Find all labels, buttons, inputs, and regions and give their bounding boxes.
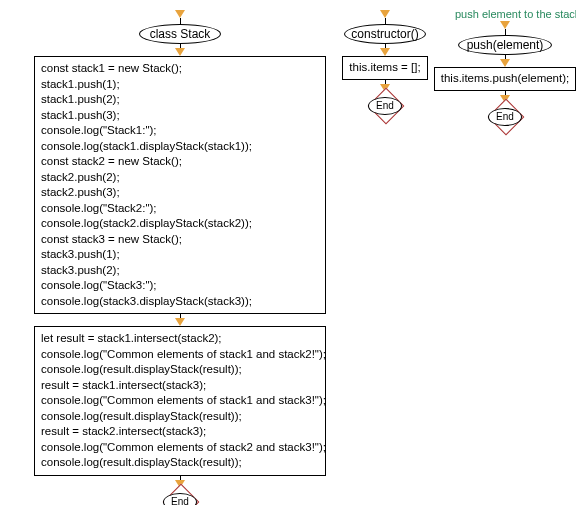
code-box-1-content: const stack1 = new Stack(); stack1.push(…: [41, 62, 252, 307]
end-node-main: End: [163, 488, 197, 505]
constructor-label: constructor(): [344, 24, 425, 44]
end-label: End: [488, 108, 522, 126]
code-box-2: let result = stack1.intersect(stack2); c…: [34, 326, 326, 476]
push-header: push(element): [458, 35, 553, 55]
arrow-icon: [175, 48, 185, 56]
class-stack-header: class Stack: [139, 24, 222, 44]
entry-arrow-push: [500, 21, 510, 29]
constructor-column: constructor() this.items = []; End: [340, 10, 430, 118]
entry-arrow-main: [175, 10, 185, 18]
main-column: class Stack const stack1 = new Stack(); …: [30, 10, 330, 505]
end-node-push: End: [488, 103, 522, 129]
push-label: push(element): [458, 35, 553, 55]
flowchart-diagram: class Stack const stack1 = new Stack(); …: [10, 10, 566, 495]
class-stack-label: class Stack: [139, 24, 222, 44]
code-box-1: const stack1 = new Stack(); stack1.push(…: [34, 56, 326, 314]
arrow-icon: [175, 318, 185, 326]
push-annotation: push element to the stack: [455, 8, 576, 20]
end-node-constructor: End: [368, 92, 402, 118]
constructor-header: constructor(): [344, 24, 425, 44]
entry-arrow-constructor: [380, 10, 390, 18]
constructor-body: this.items = [];: [342, 56, 427, 80]
end-label: End: [368, 97, 402, 115]
arrow-icon: [500, 59, 510, 67]
code-box-2-content: let result = stack1.intersect(stack2); c…: [41, 332, 326, 468]
push-column: push element to the stack push(element) …: [435, 10, 575, 129]
end-label: End: [163, 493, 197, 505]
arrow-icon: [380, 48, 390, 56]
push-body: this.items.push(element);: [434, 67, 576, 91]
